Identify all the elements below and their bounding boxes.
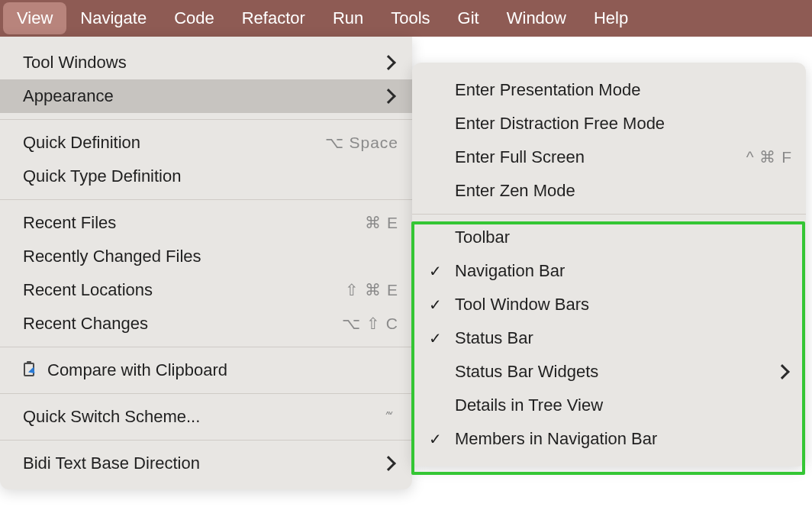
view-dropdown: Tool Windows Appearance Quick Definition… (0, 37, 412, 489)
menu-item-label: Recent Changes (23, 314, 342, 334)
menu-item-label: Compare with Clipboard (47, 360, 398, 380)
menu-item-label: Status Bar Widgets (455, 362, 777, 382)
menu-item-label: Toolbar (455, 228, 792, 247)
menu-item-recently-changed-files[interactable]: Recently Changed Files (0, 240, 412, 273)
submenu-item-full-screen[interactable]: Enter Full Screen ^ ⌘ F (412, 140, 806, 174)
keyboard-shortcut: ⌥ Space (325, 134, 398, 152)
menubar-item-view[interactable]: View (3, 2, 66, 34)
menu-item-label: Members in Navigation Bar (455, 429, 792, 449)
menubar-item-git[interactable]: Git (444, 2, 493, 34)
menu-separator (0, 347, 412, 347)
menu-item-label: Tool Windows (23, 53, 383, 73)
updown-icon: ˄˅ (385, 410, 391, 424)
menu-separator (0, 119, 412, 120)
menu-separator (0, 199, 412, 200)
menubar-item-window[interactable]: Window (493, 2, 580, 34)
menu-separator (0, 440, 412, 441)
keyboard-shortcut: ⌘ E (365, 214, 398, 232)
menubar: View Navigate Code Refactor Run Tools Gi… (0, 0, 812, 37)
menu-item-label: Recent Locations (23, 280, 345, 300)
menubar-item-tools[interactable]: Tools (377, 2, 443, 34)
menu-label: Navigate (80, 8, 147, 27)
menu-item-label: Bidi Text Base Direction (23, 454, 383, 473)
menu-item-label: Quick Type Definition (23, 166, 398, 186)
submenu-item-tool-window-bars[interactable]: ✓ Tool Window Bars (412, 288, 806, 321)
menu-item-bidi-text[interactable]: Bidi Text Base Direction (0, 447, 412, 480)
submenu-item-members-nav-bar[interactable]: ✓ Members in Navigation Bar (412, 422, 806, 456)
menu-item-appearance[interactable]: Appearance (0, 79, 412, 113)
menu-item-recent-files[interactable]: Recent Files ⌘ E (0, 206, 412, 240)
menu-item-tool-windows[interactable]: Tool Windows (0, 46, 412, 79)
appearance-submenu: Enter Presentation Mode Enter Distractio… (412, 63, 806, 466)
menu-item-recent-changes[interactable]: Recent Changes ⌥ ⇧ C (0, 307, 412, 341)
submenu-item-distraction-free[interactable]: Enter Distraction Free Mode (412, 107, 806, 140)
menu-item-label: Appearance (23, 86, 383, 106)
submenu-item-toolbar[interactable]: Toolbar (412, 221, 806, 254)
check-icon: ✓ (429, 262, 442, 280)
check-icon: ✓ (429, 329, 442, 347)
chevron-right-icon (381, 55, 396, 70)
keyboard-shortcut: ⇧ ⌘ E (345, 281, 398, 299)
check-icon: ✓ (429, 295, 442, 314)
chevron-right-icon (381, 456, 396, 471)
menu-item-label: Enter Distraction Free Mode (455, 114, 792, 134)
chevron-right-icon (381, 89, 396, 104)
keyboard-shortcut: ⌥ ⇧ C (342, 315, 398, 333)
menu-item-quick-type-definition[interactable]: Quick Type Definition (0, 160, 412, 193)
submenu-item-zen-mode[interactable]: Enter Zen Mode (412, 174, 806, 208)
menu-item-label: Enter Full Screen (455, 147, 746, 167)
submenu-item-presentation-mode[interactable]: Enter Presentation Mode (412, 73, 806, 107)
menu-item-label: Details in Tree View (455, 395, 792, 415)
menubar-item-refactor[interactable]: Refactor (228, 2, 319, 34)
menu-item-label: Quick Definition (23, 133, 325, 153)
menu-label: Code (174, 8, 214, 27)
menu-label: Help (594, 8, 628, 27)
submenu-item-details-tree-view[interactable]: Details in Tree View (412, 389, 806, 422)
menu-label: Run (333, 8, 363, 27)
menu-item-quick-switch-scheme[interactable]: Quick Switch Scheme... ˄˅ (0, 400, 412, 434)
compare-clipboard-icon (21, 361, 40, 379)
menu-item-label: Recently Changed Files (23, 247, 398, 266)
menu-item-label: Quick Switch Scheme... (23, 407, 385, 427)
menu-separator (412, 214, 806, 215)
menu-label: Tools (391, 8, 430, 27)
submenu-item-status-bar-widgets[interactable]: Status Bar Widgets (412, 355, 806, 389)
menu-item-recent-locations[interactable]: Recent Locations ⇧ ⌘ E (0, 273, 412, 307)
menu-label: View (17, 8, 53, 27)
menubar-item-run[interactable]: Run (319, 2, 377, 34)
menu-label: Refactor (242, 8, 305, 27)
menu-label: Window (507, 8, 566, 27)
menubar-item-help[interactable]: Help (580, 2, 642, 34)
menu-item-label: Enter Zen Mode (455, 181, 792, 201)
menu-item-compare-clipboard[interactable]: Compare with Clipboard (0, 353, 412, 387)
menu-item-label: Navigation Bar (455, 261, 792, 281)
keyboard-shortcut: ^ ⌘ F (746, 148, 792, 166)
menu-item-label: Recent Files (23, 213, 365, 233)
submenu-item-navigation-bar[interactable]: ✓ Navigation Bar (412, 254, 806, 288)
menu-item-label: Status Bar (455, 328, 792, 348)
check-icon: ✓ (429, 430, 442, 448)
menubar-item-navigate[interactable]: Navigate (66, 2, 160, 34)
menu-label: Git (458, 8, 479, 27)
menu-item-label: Enter Presentation Mode (455, 80, 792, 100)
chevron-right-icon (775, 364, 790, 379)
menu-item-label: Tool Window Bars (455, 295, 792, 315)
submenu-item-status-bar[interactable]: ✓ Status Bar (412, 321, 806, 355)
menu-item-quick-definition[interactable]: Quick Definition ⌥ Space (0, 126, 412, 160)
menubar-item-code[interactable]: Code (160, 2, 228, 34)
menu-separator (0, 393, 412, 394)
